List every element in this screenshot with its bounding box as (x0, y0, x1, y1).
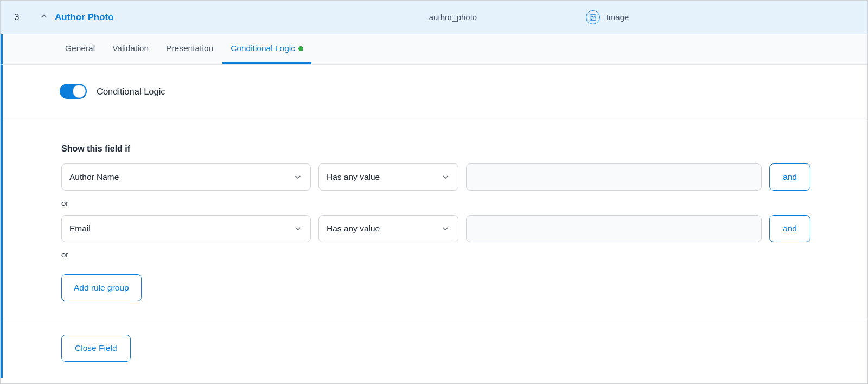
rule-value-input[interactable] (466, 215, 762, 242)
and-button[interactable]: and (769, 163, 810, 191)
field-type-label: Image (607, 12, 629, 22)
tab-general[interactable]: General (57, 34, 103, 64)
rule-row: Author Name Has any value and (61, 163, 810, 191)
field-label[interactable]: Author Photo (55, 12, 320, 23)
conditional-logic-toggle[interactable] (60, 84, 87, 99)
tab-validation[interactable]: Validation (104, 34, 157, 64)
field-order: 3 (1, 12, 33, 22)
chevron-down-icon (293, 172, 303, 182)
chevron-down-icon (441, 172, 450, 182)
svg-point-1 (591, 16, 592, 17)
rule-operator-select[interactable]: Has any value (318, 215, 458, 242)
rule-field-select[interactable]: Email (61, 215, 311, 242)
field-tabs: General Validation Presentation Conditio… (1, 34, 867, 65)
add-rule-group-button[interactable]: Add rule group (61, 274, 142, 301)
rule-field-select[interactable]: Author Name (61, 163, 311, 191)
field-type: Image (586, 10, 851, 24)
tab-conditional-logic-label: Conditional Logic (231, 43, 295, 53)
rule-operator-select[interactable]: Has any value (318, 163, 458, 191)
chevron-down-icon (293, 224, 303, 234)
and-button[interactable]: and (769, 215, 810, 242)
toggle-knob (73, 85, 86, 98)
rule-value-input[interactable] (466, 163, 762, 191)
or-separator: or (61, 198, 810, 207)
conditional-logic-toggle-label: Conditional Logic (97, 86, 165, 97)
tab-conditional-logic[interactable]: Conditional Logic (222, 34, 311, 64)
field-header: 3 Author Photo author_photo Image (1, 1, 867, 34)
rule-operator-value: Has any value (327, 172, 380, 182)
rules-heading: Show this field if (61, 144, 810, 154)
collapse-button[interactable] (33, 12, 55, 22)
active-indicator-icon (298, 46, 303, 51)
close-field-button[interactable]: Close Field (61, 335, 131, 362)
rule-operator-value: Has any value (327, 224, 380, 234)
tab-presentation[interactable]: Presentation (158, 34, 221, 64)
rule-row: Email Has any value and (61, 215, 810, 242)
rule-field-value: Email (69, 224, 91, 234)
or-separator: or (61, 250, 810, 259)
chevron-up-icon (40, 12, 48, 22)
rule-field-value: Author Name (69, 172, 119, 182)
image-type-icon (586, 10, 600, 24)
field-name: author_photo (320, 12, 585, 22)
chevron-down-icon (441, 224, 450, 234)
